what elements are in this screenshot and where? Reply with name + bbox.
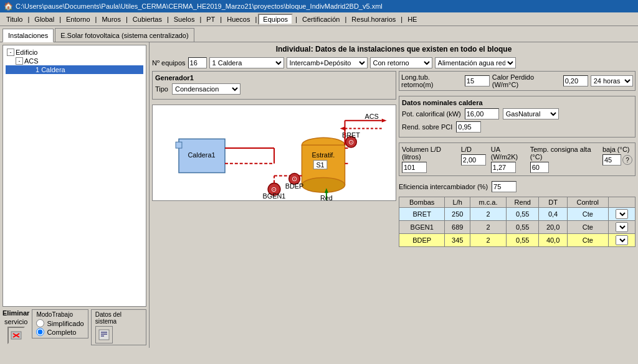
cell-select-1[interactable]: [608, 221, 635, 234]
svg-text:⊙: ⊙: [292, 175, 297, 182]
ld-label: L/D: [461, 146, 486, 153]
pot-label: Pot. calorifical (kW): [402, 110, 461, 118]
radio-simplificado[interactable]: Simplificado: [36, 319, 83, 327]
menu-pt[interactable]: PT: [202, 15, 219, 24]
menu-titulo[interactable]: Titulo: [2, 15, 27, 24]
row1-select[interactable]: [616, 222, 628, 232]
menu-he[interactable]: HE: [404, 15, 421, 24]
cell-control-1: Cte: [567, 221, 608, 234]
eficiencia-input[interactable]: [492, 181, 517, 192]
cell-bomba-2: BDEP: [399, 234, 445, 247]
help-button[interactable]: ?: [622, 155, 632, 165]
cell-dt-0: 0,4: [539, 208, 567, 221]
menu-huecos[interactable]: Huecos: [223, 15, 254, 24]
cell-dt-2: 40,0: [539, 234, 567, 247]
col-control: Control: [567, 197, 608, 208]
gas-natural-select[interactable]: GasNatural: [503, 108, 559, 119]
svg-text:BGEN1: BGEN1: [263, 192, 286, 200]
tipo-select[interactable]: Condensacion: [172, 83, 240, 95]
cell-mca-1: 2: [470, 221, 507, 234]
menu-separator5: |: [167, 16, 169, 23]
tree-item-caldera[interactable]: 1 Caldera: [6, 65, 143, 74]
tab-instalaciones[interactable]: Instalaciones: [2, 29, 54, 42]
intercamb-select[interactable]: Intercamb+Depósito: [287, 57, 368, 68]
temp-alta-input[interactable]: [530, 162, 549, 173]
radio-completo[interactable]: Completo: [36, 328, 83, 336]
main-content: - Edificio - ACS 1 Caldera Eliminar serv…: [0, 42, 638, 348]
calor-perdido-input[interactable]: [563, 75, 588, 86]
volumen-input[interactable]: [402, 162, 427, 173]
datos-sistema-icon: [98, 329, 110, 341]
alimentacion-select[interactable]: Alimentación agua red: [435, 57, 516, 68]
tipo-label: Tipo: [155, 85, 168, 93]
eliminar-button[interactable]: [7, 327, 25, 344]
tree-toggle-acs[interactable]: -: [16, 57, 23, 65]
cell-bomba-1: BGEN1: [399, 221, 445, 234]
menu-cubiertas[interactable]: Cubiertas: [129, 15, 166, 24]
right-panel: Individual: Datos de la instalaciones qu…: [150, 42, 638, 348]
tree-item-acs[interactable]: - ACS: [6, 57, 143, 65]
cell-control-2: Cte: [567, 234, 608, 247]
tab-solar-fotovoltaica[interactable]: E.Solar fotovoltaica (sistema centraliza…: [55, 28, 194, 42]
ua-label: UA (W/m2K): [491, 146, 525, 161]
col-dt: DT: [539, 197, 567, 208]
datos-nominales-title: Datos nominales caldera: [402, 99, 632, 106]
menu-equipos[interactable]: Equipos: [258, 14, 293, 25]
datos-sistema-group: Datos del sistema: [91, 309, 146, 345]
temp-baja-input[interactable]: [602, 154, 621, 166]
table-row: BDEP 345 2 0,55 40,0 Cte: [399, 234, 636, 247]
tree-item-edificio[interactable]: - Edificio: [6, 48, 143, 57]
svg-text:ACS: ACS: [365, 113, 379, 120]
cell-dt-1: 20,0: [539, 221, 567, 234]
menu-global[interactable]: Global: [31, 15, 58, 24]
generator-title: Generador1: [155, 74, 393, 82]
menu-resul[interactable]: Resul.horarios: [348, 15, 399, 24]
menu-suelos[interactable]: Suelos: [170, 15, 199, 24]
radio-completo-input[interactable]: [36, 328, 44, 336]
rend-row: Rend. sobre PCI: [402, 121, 632, 133]
diagram-area: Caldera1: [152, 105, 396, 201]
equipment-name-select[interactable]: 1 Caldera: [209, 57, 284, 68]
baja-label: baja (°C): [602, 146, 632, 153]
menu-separator3: |: [95, 16, 97, 23]
tree-toggle-edificio[interactable]: -: [7, 49, 14, 56]
eliminar-box: Eliminar servicio: [2, 309, 29, 344]
long-tub-input[interactable]: [465, 75, 490, 86]
row2-select[interactable]: [616, 235, 628, 245]
cell-mca-0: 2: [470, 208, 507, 221]
horas-select[interactable]: 24 horas: [591, 75, 633, 86]
retorno-select[interactable]: Con retorno: [370, 57, 432, 68]
pot-input[interactable]: [465, 108, 499, 119]
menu-entorno[interactable]: Entorno: [62, 15, 94, 24]
col-lh: L/h: [445, 197, 470, 208]
app-icon: 🏠: [4, 2, 13, 11]
title-path: C:\Users\pause\Documents\Paula\Utiles_CE…: [16, 2, 383, 10]
eliminar-label: Eliminar: [2, 309, 29, 317]
menu-bar: Titulo | Global | Entorno | Muros | Cubi…: [0, 12, 638, 26]
radio-simplificado-input[interactable]: [36, 319, 44, 327]
cell-rend-2: 0,55: [506, 234, 538, 247]
equipment-row: Nº equipos 1 Caldera Intercamb+Depósito …: [152, 57, 636, 68]
eficiencia-label: Eficiencia intercambiador (%): [399, 183, 488, 190]
menu-certificacion[interactable]: Certificación: [298, 15, 344, 24]
menu-separator6: |: [199, 16, 201, 23]
rend-input[interactable]: [456, 121, 481, 133]
n-equipos-input[interactable]: [188, 57, 207, 68]
datos-sistema-label: Datos del sistema: [95, 311, 142, 325]
calor-perdido-label: Calor Perdido (W/m°C): [492, 73, 561, 88]
datos-sistema-button[interactable]: [95, 326, 113, 343]
svg-text:⊙: ⊙: [348, 138, 354, 146]
row0-select[interactable]: [616, 209, 628, 219]
completo-label: Completo: [47, 329, 76, 336]
cell-select-0[interactable]: [608, 208, 635, 221]
svg-rect-3: [99, 330, 109, 340]
ld-input[interactable]: [461, 154, 486, 166]
servicio-label: servicio: [4, 318, 27, 325]
pot-row: Pot. calorifical (kW) GasNatural: [402, 108, 632, 119]
ua-input[interactable]: [491, 162, 516, 173]
cell-lh-0: 250: [445, 208, 470, 221]
svg-text:BDEP: BDEP: [285, 182, 304, 190]
menu-muros[interactable]: Muros: [98, 15, 125, 24]
cell-select-2[interactable]: [608, 234, 635, 247]
long-tub-label: Long.tub. retorno(m): [401, 73, 462, 88]
